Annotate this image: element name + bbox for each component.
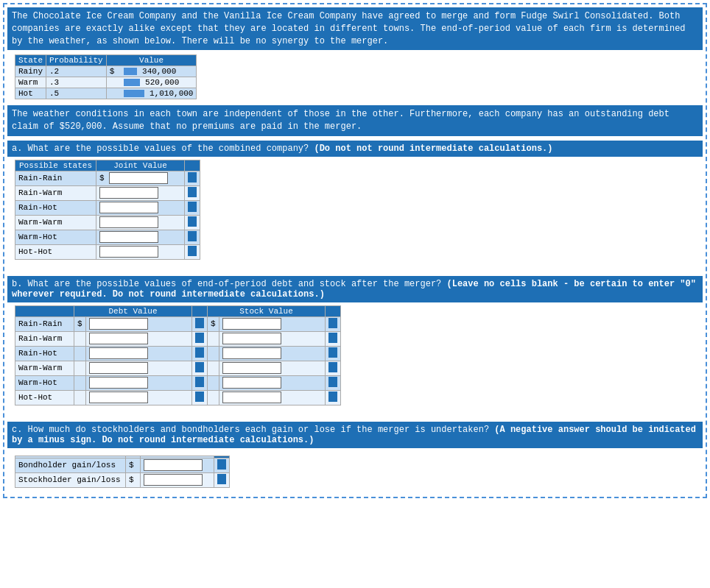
stock-input-rain-rain (219, 316, 325, 331)
expand-btn[interactable] (328, 377, 337, 387)
joint-val-hot-hot (96, 244, 185, 259)
input-rain-rain-a[interactable] (109, 172, 168, 184)
state-rainy: Rainy (15, 66, 46, 77)
expand-btn[interactable] (195, 318, 204, 328)
debt-input-rain-warm (85, 331, 191, 346)
state-rain-hot-a: Rain-Hot (15, 200, 96, 215)
table-row: Warm-Warm (15, 215, 200, 230)
state-table-section: State Probability Value Rainy .2 $ 340,0… (7, 54, 703, 99)
main-container: The Chocolate Ice Cream Company and the … (3, 3, 707, 498)
state-warm-warm-b: Warm-Warm (15, 361, 74, 375)
input-stock-warm-hot[interactable] (222, 377, 281, 389)
expand-btn[interactable] (188, 187, 197, 197)
table-row: Hot .5 1,010,000 (15, 88, 197, 99)
joint-val-rain-warm (96, 185, 185, 200)
expand-btn[interactable] (195, 392, 204, 402)
expand-btn[interactable] (195, 333, 204, 343)
stock-input-rain-hot (219, 346, 325, 361)
input-warm-warm-a[interactable] (99, 216, 158, 228)
question-a-text: a. What are the possible values of the c… (7, 141, 703, 157)
input-stock-rain-warm[interactable] (222, 333, 281, 344)
col-stock-value: Stock Value (208, 305, 326, 316)
table-row: Rain-Rain $ $ (15, 316, 341, 331)
bar-hot (124, 90, 144, 97)
state-hot: Hot (15, 88, 46, 99)
dollar-sign (110, 78, 119, 87)
val-rainy-text: 340,000 (142, 67, 176, 76)
input-debt-hot-hot[interactable] (89, 392, 148, 403)
state-warm-hot-b: Warm-Hot (15, 375, 74, 390)
expand-btn[interactable] (195, 362, 204, 372)
expand-btn[interactable] (328, 333, 337, 343)
input-stock-hot-hot[interactable] (222, 392, 281, 403)
table-row: Rain-Warm (15, 331, 341, 346)
input-stock-rain-hot[interactable] (222, 347, 281, 359)
question-c-table-section: Bondholder gain/loss $ Stockholder gain/… (7, 456, 703, 488)
input-rain-warm-a[interactable] (99, 187, 158, 199)
table-row: Hot-Hot (15, 244, 200, 259)
state-table: State Probability Value Rainy .2 $ 340,0… (15, 54, 197, 99)
expand-btn[interactable] (217, 459, 226, 470)
table-row: Warm .3 520,000 (15, 77, 197, 88)
debt-input-rain-hot (85, 346, 191, 361)
table-row: Warm-Hot (15, 375, 341, 390)
question-a-label: a. What are the possible values of the c… (12, 144, 309, 154)
expand-btn[interactable] (188, 172, 197, 183)
bondholder-dollar: $ (126, 458, 141, 472)
expand-btn[interactable] (188, 216, 197, 227)
debt-input-hot-hot (85, 390, 191, 405)
state-rain-warm-a: Rain-Warm (15, 185, 96, 200)
question-a-table: Possible states Joint Value Rain-Rain $ … (15, 160, 200, 260)
input-stockholder-gain[interactable] (144, 474, 203, 486)
input-hot-hot-a[interactable] (99, 246, 158, 258)
stockholder-label: Stockholder gain/loss (15, 472, 126, 487)
val-hot-text: 1,010,000 (150, 89, 193, 98)
question-c-table: Bondholder gain/loss $ Stockholder gain/… (15, 456, 230, 488)
col-btn-mid (192, 305, 208, 316)
state-warm: Warm (15, 77, 46, 88)
spacer (7, 411, 703, 417)
expand-btn[interactable] (328, 362, 337, 372)
col-btn-end (326, 305, 341, 316)
expand-btn[interactable] (328, 318, 337, 328)
joint-val-rain-rain: $ (96, 171, 185, 185)
bar-rainy (124, 68, 137, 75)
state-warm-warm-a: Warm-Warm (15, 215, 96, 230)
bondholder-label: Bondholder gain/loss (15, 458, 126, 472)
question-b-table: Debt Value Stock Value Rain-Rain $ $ (15, 305, 341, 405)
prob-hot: .5 (46, 88, 107, 99)
col-state-b (15, 305, 74, 316)
expand-btn[interactable] (195, 347, 204, 358)
expand-btn[interactable] (188, 246, 197, 256)
val-warm-text: 520,000 (145, 78, 179, 87)
bondholder-input (141, 458, 214, 472)
input-debt-rain-rain[interactable] (89, 318, 148, 330)
input-debt-rain-hot[interactable] (89, 347, 148, 359)
input-warm-hot-a[interactable] (99, 231, 158, 243)
stock-input-warm-warm (219, 361, 325, 375)
table-row: Rain-Hot (15, 346, 341, 361)
expand-btn[interactable] (188, 202, 197, 212)
expand-btn[interactable] (188, 231, 197, 241)
table-row: Stockholder gain/loss $ (15, 472, 230, 487)
val-rainy: $ 340,000 (106, 66, 197, 77)
stock-dollar-rain-rain: $ (208, 316, 219, 331)
input-bondholder-gain[interactable] (144, 459, 203, 471)
expand-btn[interactable] (195, 377, 204, 387)
bar-warm (124, 79, 140, 86)
question-a-bold: (Do not not round intermediate calculati… (314, 144, 552, 154)
input-stock-warm-warm[interactable] (222, 362, 281, 374)
state-hot-hot-a: Hot-Hot (15, 244, 96, 259)
expand-btn[interactable] (217, 474, 226, 484)
input-rain-hot-a[interactable] (99, 202, 158, 213)
input-debt-warm-warm[interactable] (89, 362, 148, 374)
table-row: Rain-Rain $ (15, 171, 200, 185)
input-debt-warm-hot[interactable] (89, 377, 148, 389)
stockholder-btn (214, 472, 230, 487)
input-debt-rain-warm[interactable] (89, 333, 148, 344)
expand-btn[interactable] (328, 392, 337, 402)
expand-btn[interactable] (328, 347, 337, 358)
intro-paragraph: The Chocolate Ice Cream Company and the … (12, 11, 686, 46)
input-stock-rain-rain[interactable] (222, 318, 281, 330)
val-warm: 520,000 (106, 77, 197, 88)
